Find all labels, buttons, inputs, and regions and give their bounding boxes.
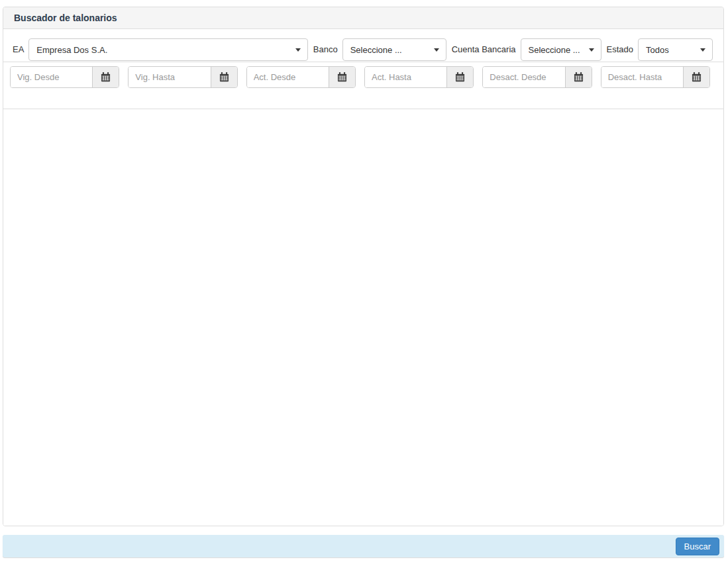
act-hasta-calendar-button[interactable] [446, 67, 473, 87]
act-hasta-group [364, 66, 474, 88]
cuenta-bancaria-select[interactable]: Seleccione ... [521, 38, 601, 61]
date-filters-row [3, 62, 723, 109]
desact-hasta-group [601, 66, 710, 88]
ea-select[interactable]: Empresa Dos S.A. [28, 38, 307, 61]
banco-select[interactable]: Seleccione ... [342, 38, 446, 61]
select-filters-row: EA Empresa Dos S.A. Banco Seleccione ...… [3, 29, 723, 62]
ea-select-value: Empresa Dos S.A. [36, 45, 107, 55]
desact-desde-calendar-button[interactable] [565, 67, 592, 87]
banco-label: Banco [313, 38, 338, 61]
calendar-icon [574, 72, 584, 82]
vig-desde-group [10, 66, 119, 88]
vig-desde-calendar-button[interactable] [92, 67, 119, 87]
calendar-icon [219, 72, 229, 82]
estado-label: Estado [607, 38, 633, 61]
calendar-icon [101, 72, 111, 82]
chevron-down-icon [589, 48, 594, 52]
desact-hasta-input[interactable] [601, 67, 683, 87]
cuenta-bancaria-select-value: Seleccione ... [529, 45, 580, 55]
estado-select[interactable]: Todos [638, 38, 713, 61]
banco-select-value: Seleccione ... [350, 45, 402, 55]
chevron-down-icon [295, 48, 301, 52]
act-desde-input[interactable] [247, 67, 329, 87]
page-title: Buscador de talonarios [14, 13, 117, 23]
act-hasta-input[interactable] [365, 67, 446, 87]
chevron-down-icon [700, 48, 705, 52]
buscar-button[interactable]: Buscar [676, 538, 719, 555]
desact-hasta-calendar-button[interactable] [683, 67, 709, 87]
desact-desde-input[interactable] [483, 67, 564, 87]
calendar-icon [455, 72, 465, 82]
vig-hasta-calendar-button[interactable] [211, 67, 237, 87]
vig-desde-input[interactable] [11, 67, 92, 87]
results-area [3, 109, 723, 526]
talonarios-search-panel: Buscador de talonarios EA Empresa Dos S.… [3, 7, 724, 526]
estado-select-value: Todos [646, 45, 669, 55]
calendar-icon [692, 72, 702, 82]
desact-desde-group [482, 66, 592, 88]
act-desde-group [246, 66, 356, 88]
vig-hasta-input[interactable] [129, 67, 210, 87]
calendar-icon [337, 72, 347, 82]
cuenta-bancaria-label: Cuenta Bancaria [452, 38, 516, 61]
footer-bar: Buscar [3, 535, 724, 557]
chevron-down-icon [434, 48, 439, 52]
vig-hasta-group [128, 66, 237, 88]
panel-heading: Buscador de talonarios [3, 7, 723, 29]
act-desde-calendar-button[interactable] [329, 67, 355, 87]
ea-label: EA [13, 38, 24, 61]
